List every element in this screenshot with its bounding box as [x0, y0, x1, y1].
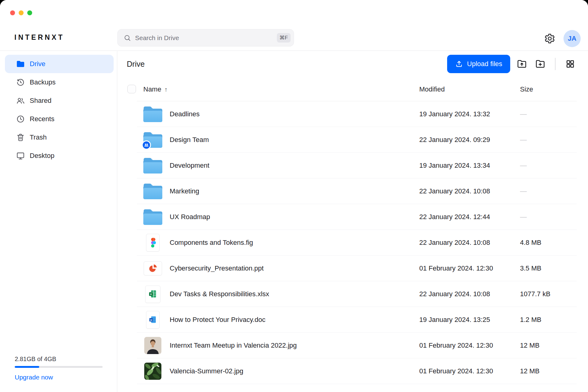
file-size: 12 MB	[520, 333, 540, 358]
file-size: —	[520, 101, 527, 127]
main-content: Drive Upload files	[118, 51, 588, 392]
desktop-monitor-icon	[16, 151, 25, 160]
toolbar-divider	[555, 58, 556, 70]
upload-button-label: Upload files	[467, 60, 502, 68]
clock-icon	[16, 114, 25, 124]
sidebar-item-desktop[interactable]: Desktop	[5, 147, 114, 165]
file-row-dev-tasks[interactable]: x Dev Tasks & Responsibilities.xlsx 22 J…	[137, 281, 577, 307]
file-row-privacy-doc[interactable]: w How to Protect Your Privacy.doc 19 Jan…	[137, 307, 577, 333]
folder-icon	[143, 106, 162, 122]
file-row-team-meetup-photo[interactable]: Internxt Team Meetup in Valencia 2022.jp…	[137, 333, 577, 358]
sidebar-item-shared[interactable]: Shared	[5, 91, 114, 110]
storage-usage-text: 2.81GB of 4GB	[15, 356, 103, 363]
window-zoom-button[interactable]	[27, 10, 32, 15]
sidebar-item-label: Drive	[30, 60, 45, 68]
file-row-design-team[interactable]: Design Team 22 January 2024. 09:29 —	[137, 127, 577, 153]
sort-ascending-arrow: ↑	[164, 86, 168, 93]
settings-button[interactable]	[544, 33, 556, 44]
window-close-button[interactable]	[10, 10, 15, 15]
avatar[interactable]: JA	[564, 30, 581, 47]
internxt-logo: INTERNXT	[14, 33, 64, 42]
file-name: Design Team	[170, 127, 209, 153]
file-name: Development	[170, 153, 209, 178]
search-input[interactable]	[135, 34, 277, 42]
column-header-size[interactable]: Size	[520, 85, 533, 93]
file-row-ux-roadmap[interactable]: UX Roadmap 22 January 2024. 12:44 —	[137, 204, 577, 230]
page-title: Drive	[127, 60, 145, 69]
modified-date: 01 February 2024. 12:30	[419, 358, 493, 384]
file-row-marketing[interactable]: Marketing 22 January 2024. 10:08 —	[137, 178, 577, 204]
drive-folder-icon	[16, 60, 25, 68]
grid-view-button[interactable]	[564, 58, 576, 70]
shared-people-icon	[16, 96, 25, 105]
folder-plus-icon	[535, 58, 546, 69]
sidebar-item-trash[interactable]: Trash	[5, 128, 114, 147]
sidebar-item-backups[interactable]: Backups	[5, 73, 114, 91]
file-name: How to Protect Your Privacy.doc	[170, 307, 266, 333]
file-row-components-tokens[interactable]: Components and Tokens.fig 22 January 202…	[137, 230, 577, 256]
modified-date: 19 January 2024. 13:25	[419, 307, 490, 333]
file-size: —	[520, 127, 527, 153]
file-name: UX Roadmap	[170, 204, 210, 230]
file-size: —	[520, 204, 527, 230]
modified-date: 22 January 2024. 09:29	[419, 127, 490, 153]
upload-icon	[455, 60, 463, 68]
file-name: Marketing	[170, 178, 199, 204]
modified-date: 19 January 2024. 13:34	[419, 153, 490, 178]
file-row-deadlines[interactable]: Deadlines 19 January 2024. 13:32 —	[137, 101, 577, 127]
svg-text:w: w	[150, 319, 152, 321]
column-header-name[interactable]: Name↑	[143, 85, 168, 93]
new-folder-button[interactable]	[534, 58, 546, 70]
gear-icon	[544, 33, 556, 44]
table-header: Name↑ Modified Size	[137, 77, 577, 101]
sidebar-item-label: Backups	[30, 78, 55, 86]
trash-icon	[16, 133, 25, 142]
upload-folder-button[interactable]	[516, 58, 528, 70]
file-size: —	[520, 153, 527, 178]
file-name: Deadlines	[170, 101, 200, 127]
powerpoint-icon	[144, 261, 162, 275]
file-name: Internxt Team Meetup in Valencia 2022.jp…	[170, 333, 297, 358]
shared-folder-icon	[143, 132, 162, 148]
select-all-checkbox[interactable]	[127, 85, 136, 93]
sidebar-item-label: Shared	[30, 97, 51, 105]
sidebar-item-label: Desktop	[30, 152, 55, 160]
sidebar: Drive Backups Shared	[0, 51, 117, 392]
storage-indicator: 2.81GB of 4GB Upgrade now	[15, 356, 103, 381]
column-header-modified[interactable]: Modified	[419, 85, 445, 93]
svg-text:x: x	[150, 293, 152, 296]
sidebar-item-label: Recents	[30, 115, 55, 123]
modified-date: 19 January 2024. 13:32	[419, 101, 490, 127]
file-name: Dev Tasks & Responsibilities.xlsx	[170, 281, 269, 307]
folder-icon	[143, 209, 162, 225]
upgrade-link[interactable]: Upgrade now	[15, 374, 53, 381]
image-thumbnail-person	[144, 337, 161, 354]
file-size: 1077.7 kB	[520, 281, 550, 307]
file-row-valencia-summer-photo[interactable]: Valencia-Summer-02.jpg 01 February 2024.…	[137, 358, 577, 384]
top-bar: INTERNXT ⌘F JA	[0, 0, 588, 51]
sidebar-item-recents[interactable]: Recents	[5, 110, 114, 128]
file-row-cybersecurity-presentation[interactable]: Cybersecurity_Presentation.ppt 01 Februa…	[137, 256, 577, 281]
search-icon	[124, 34, 131, 42]
file-name: Components and Tokens.fig	[170, 230, 253, 256]
storage-bar	[15, 366, 103, 368]
sidebar-item-label: Trash	[30, 133, 47, 141]
excel-icon: x	[145, 286, 160, 303]
app-window: INTERNXT ⌘F JA Drive	[0, 0, 588, 392]
grid-view-icon	[565, 59, 575, 69]
window-minimize-button[interactable]	[19, 10, 24, 15]
word-icon: w	[146, 311, 160, 329]
modified-date: 22 January 2024. 10:08	[419, 178, 490, 204]
file-size: 1.2 MB	[520, 307, 541, 333]
sidebar-item-drive[interactable]: Drive	[5, 55, 114, 73]
image-thumbnail-leaves	[144, 363, 161, 380]
file-row-development[interactable]: Development 19 January 2024. 13:34 —	[137, 153, 577, 178]
search-bar[interactable]: ⌘F	[117, 29, 294, 47]
shared-folder-badge	[142, 140, 151, 150]
storage-bar-fill	[15, 366, 39, 368]
folder-icon	[143, 158, 162, 174]
modified-date: 22 January 2024. 10:08	[419, 230, 490, 256]
upload-files-button[interactable]: Upload files	[447, 55, 510, 73]
modified-date: 01 February 2024. 12:30	[419, 256, 493, 281]
file-size: 3.5 MB	[520, 256, 541, 281]
